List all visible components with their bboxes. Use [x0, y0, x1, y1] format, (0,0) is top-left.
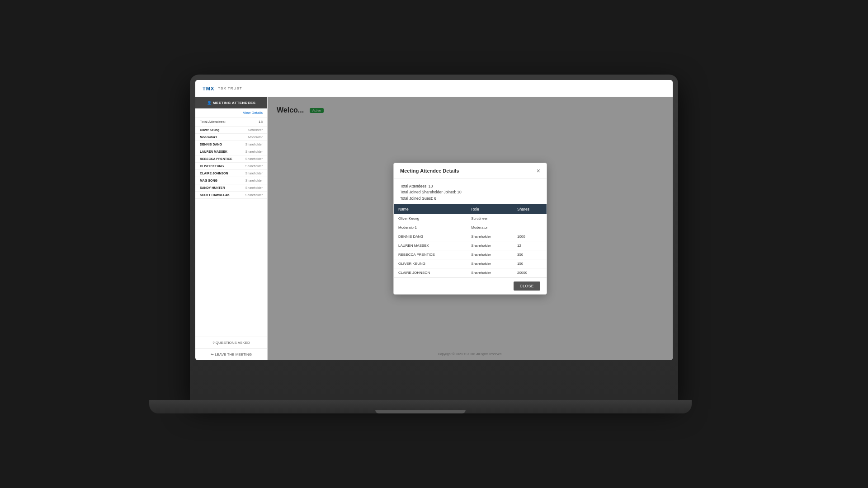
table-cell-name: Moderator1 [394, 223, 467, 232]
table-cell-name: OLIVER KEUNG [394, 259, 467, 268]
stat-total-joined-shareholder: Total Joined Shareholder Joined: 10 [400, 189, 540, 196]
table-cell-role: Moderator [467, 223, 513, 232]
table-row: REBECCA PRENTICEShareholder350 [394, 250, 547, 259]
stat-total-attendees: Total Attendees: 18 [400, 183, 540, 190]
logo-trust: TSX TRUST [218, 86, 242, 90]
total-attendees-label: Total Attendees: [200, 120, 226, 124]
sidebar-view-details[interactable]: View Details [195, 108, 267, 117]
total-attendees-value: 18 [259, 120, 263, 124]
attendee-name: REBECCA PRENTICE [200, 157, 232, 160]
content-area: Welco... Active Meeting Attendee Details… [268, 97, 673, 360]
table-cell-name: CLAIRE JOHNSON [394, 268, 467, 277]
modal-overlay: Meeting Attendee Details × Total Attende… [268, 97, 673, 360]
modal-title: Meeting Attendee Details [400, 168, 459, 174]
table-row: Oliver KeungScrutineer [394, 214, 547, 223]
questions-icon: ? [212, 341, 216, 345]
meeting-attendees-label: MEETING ATTENDEES [213, 101, 256, 105]
table-cell-name: REBECCA PRENTICE [394, 250, 467, 259]
modal-close-button[interactable]: CLOSE [514, 282, 540, 291]
table-row: LAUREN MASSEKShareholder12 [394, 241, 547, 250]
attendee-role: Shareholder [245, 193, 263, 197]
table-cell-role: Shareholder [467, 241, 513, 250]
sidebar-footer: ? QUESTIONS ASKED ↪ LEAVE THE MEETING [195, 337, 267, 360]
leave-meeting-label: LEAVE THE MEETING [215, 352, 252, 357]
attendee-name: DENNIS DANG [200, 143, 222, 146]
attendee-name: Moderator1 [200, 136, 217, 139]
laptop-outer: TMX TSX TRUST 👤 MEETING ATTENDEES View D… [190, 75, 678, 400]
table-cell-role: Shareholder [467, 232, 513, 241]
attendee-table-head: NameRoleShares [394, 204, 547, 214]
app-container: TMX TSX TRUST 👤 MEETING ATTENDEES View D… [195, 80, 673, 360]
table-row: CLAIRE JOHNSONShareholder20000 [394, 268, 547, 277]
modal-close-x-button[interactable]: × [537, 168, 540, 174]
sidebar-questions-asked[interactable]: ? QUESTIONS ASKED [195, 337, 267, 349]
attendee-role: Shareholder [245, 164, 263, 168]
sidebar-attendee-item: DENNIS DANGShareholder [195, 141, 267, 148]
sidebar-leave-meeting[interactable]: ↪ LEAVE THE MEETING [195, 349, 267, 360]
sidebar-attendee-item: OLIVER KEUNGShareholder [195, 163, 267, 170]
attendee-table-body: Oliver KeungScrutineerModerator1Moderato… [394, 214, 547, 277]
questions-asked-label: QUESTIONS ASKED [216, 341, 250, 345]
attendee-role: Shareholder [245, 172, 263, 175]
sidebar-attendee-item: LAUREN MASSEKShareholder [195, 148, 267, 155]
sidebar-attendee-item: SANDY HUNTERShareholder [195, 184, 267, 192]
attendee-role: Shareholder [245, 179, 263, 182]
laptop-screen: TMX TSX TRUST 👤 MEETING ATTENDEES View D… [195, 80, 673, 360]
modal-footer: CLOSE [394, 277, 547, 294]
table-cell-role: Scrutineer [467, 214, 513, 223]
table-cell-shares: 1000 [513, 232, 547, 241]
meeting-attendees-icon: 👤 [207, 101, 213, 105]
sidebar-attendee-item: Oliver KeungScrutineer [195, 127, 267, 134]
sidebar-attendee-item: SCOTT HAWRELAKShareholder [195, 192, 267, 199]
attendee-role: Moderator [248, 136, 263, 139]
table-cell-role: Shareholder [467, 268, 513, 277]
modal-table-container[interactable]: NameRoleShares Oliver KeungScrutineerMod… [394, 204, 547, 277]
attendee-name: Oliver Keung [200, 128, 220, 131]
attendee-list: Oliver KeungScrutineerModerator1Moderato… [195, 127, 267, 199]
leave-icon: ↪ [211, 352, 215, 357]
attendee-name: SCOTT HAWRELAK [200, 193, 230, 197]
attendee-role: Shareholder [245, 186, 263, 189]
logo-tmx: TMX [203, 86, 214, 91]
table-cell-shares [513, 214, 547, 223]
sidebar-attendee-item: REBECCA PRENTICEShareholder [195, 155, 267, 163]
attendee-table: NameRoleShares Oliver KeungScrutineerMod… [394, 204, 547, 277]
table-header-cell: Name [394, 204, 467, 214]
laptop-base [149, 400, 692, 413]
modal-body: Total Attendees: 18 Total Joined Shareho… [394, 179, 547, 278]
attendee-name: MAG SONG [200, 179, 217, 182]
table-header-cell: Role [467, 204, 513, 214]
laptop-wrapper: TMX TSX TRUST 👤 MEETING ATTENDEES View D… [176, 75, 692, 413]
sidebar-total-attendees: Total Attendees: 18 [195, 117, 267, 127]
sidebar: 👤 MEETING ATTENDEES View Details Total A… [195, 97, 268, 360]
modal: Meeting Attendee Details × Total Attende… [393, 163, 547, 295]
table-row: Moderator1Moderator [394, 223, 547, 232]
attendee-role: Shareholder [245, 157, 263, 160]
table-cell-name: LAUREN MASSEK [394, 241, 467, 250]
modal-header: Meeting Attendee Details × [394, 163, 547, 179]
table-cell-shares: 350 [513, 250, 547, 259]
sidebar-meeting-attendees: 👤 MEETING ATTENDEES [195, 97, 267, 108]
attendee-name: LAUREN MASSEK [200, 150, 227, 153]
modal-stats: Total Attendees: 18 Total Joined Shareho… [394, 179, 547, 205]
table-cell-name: DENNIS DANG [394, 232, 467, 241]
table-row: DENNIS DANGShareholder1000 [394, 232, 547, 241]
table-header-cell: Shares [513, 204, 547, 214]
table-cell-name: Oliver Keung [394, 214, 467, 223]
sidebar-attendee-item: CLAIRE JOHNSONShareholder [195, 170, 267, 177]
table-cell-shares: 12 [513, 241, 547, 250]
table-cell-role: Shareholder [467, 259, 513, 268]
stat-total-joined-guest: Total Joined Guest: 6 [400, 196, 540, 202]
attendee-name: OLIVER KEUNG [200, 164, 224, 168]
table-row: OLIVER KEUNGShareholder150 [394, 259, 547, 268]
sidebar-attendee-item: Moderator1Moderator [195, 134, 267, 141]
attendee-name: CLAIRE JOHNSON [200, 172, 228, 175]
main-layout: 👤 MEETING ATTENDEES View Details Total A… [195, 97, 673, 360]
top-nav: TMX TSX TRUST [195, 80, 673, 97]
table-cell-role: Shareholder [467, 250, 513, 259]
attendee-name: SANDY HUNTER [200, 186, 225, 189]
table-cell-shares [513, 223, 547, 232]
table-cell-shares: 20000 [513, 268, 547, 277]
table-cell-shares: 150 [513, 259, 547, 268]
attendee-role: Shareholder [245, 150, 263, 153]
